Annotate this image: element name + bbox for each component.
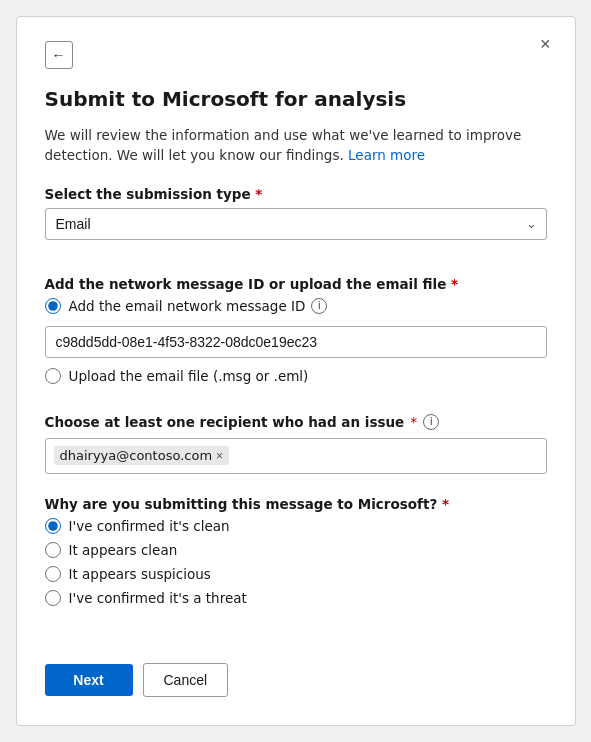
reason-appears-clean-label: It appears clean <box>69 542 178 558</box>
submission-type-select-wrapper: Email URL File ⌄ <box>45 208 547 240</box>
radio-network-id-option[interactable]: Add the email network message ID i <box>45 298 547 314</box>
recipient-info-icon: i <box>423 414 439 430</box>
dialog-description: We will review the information and use w… <box>45 125 547 166</box>
recipient-label-row: Choose at least one recipient who had an… <box>45 414 547 430</box>
reason-option-clean-confirmed[interactable]: I've confirmed it's clean <box>45 518 547 534</box>
dialog-footer: Next Cancel <box>45 635 547 697</box>
dialog-title: Submit to Microsoft for analysis <box>45 87 547 111</box>
radio-threat-confirmed[interactable] <box>45 590 61 606</box>
recipient-tag-remove[interactable]: × <box>216 450 223 462</box>
recipient-label: Choose at least one recipient who had an… <box>45 414 405 430</box>
radio-upload-label: Upload the email file (.msg or .eml) <box>69 368 309 384</box>
radio-network-id[interactable] <box>45 298 61 314</box>
network-message-id-input[interactable] <box>45 326 547 358</box>
reason-option-appears-clean[interactable]: It appears clean <box>45 542 547 558</box>
reason-appears-suspicious-label: It appears suspicious <box>69 566 211 582</box>
reason-option-appears-suspicious[interactable]: It appears suspicious <box>45 566 547 582</box>
radio-appears-clean[interactable] <box>45 542 61 558</box>
reason-threat-confirmed-label: I've confirmed it's a threat <box>69 590 247 606</box>
reason-section: Why are you submitting this message to M… <box>45 496 547 614</box>
required-star-4: * <box>442 496 449 512</box>
network-message-section: Add the network message ID or upload the… <box>45 276 547 392</box>
reason-clean-confirmed-label: I've confirmed it's clean <box>69 518 230 534</box>
reason-label: Why are you submitting this message to M… <box>45 496 547 512</box>
back-icon: ← <box>52 47 66 63</box>
radio-appears-suspicious[interactable] <box>45 566 61 582</box>
next-button[interactable]: Next <box>45 664 133 696</box>
dialog-header: ← <box>45 41 547 69</box>
radio-upload-option[interactable]: Upload the email file (.msg or .eml) <box>45 368 547 384</box>
required-star: * <box>255 186 262 202</box>
submit-dialog: × ← Submit to Microsoft for analysis We … <box>16 16 576 726</box>
submission-type-label: Select the submission type * <box>45 186 547 202</box>
required-star-3: * <box>410 414 417 430</box>
recipient-tag-value: dhairyya@contoso.com <box>60 448 213 463</box>
info-icon: i <box>311 298 327 314</box>
recipient-tag-input[interactable]: dhairyya@contoso.com × <box>45 438 547 474</box>
network-message-radio-group: Add the email network message ID i <box>45 298 547 314</box>
recipient-tag: dhairyya@contoso.com × <box>54 446 230 465</box>
submission-type-section: Select the submission type * Email URL F… <box>45 186 547 258</box>
reason-radio-group: I've confirmed it's clean It appears cle… <box>45 518 547 606</box>
network-message-label: Add the network message ID or upload the… <box>45 276 547 292</box>
recipient-section: Choose at least one recipient who had an… <box>45 414 547 492</box>
required-star-2: * <box>451 276 458 292</box>
learn-more-link[interactable]: Learn more <box>348 147 425 163</box>
back-button[interactable]: ← <box>45 41 73 69</box>
radio-upload[interactable] <box>45 368 61 384</box>
reason-option-threat-confirmed[interactable]: I've confirmed it's a threat <box>45 590 547 606</box>
radio-clean-confirmed[interactable] <box>45 518 61 534</box>
close-button[interactable]: × <box>536 33 555 55</box>
cancel-button[interactable]: Cancel <box>143 663 229 697</box>
submission-type-select[interactable]: Email URL File <box>45 208 547 240</box>
radio-network-id-label: Add the email network message ID <box>69 298 306 314</box>
